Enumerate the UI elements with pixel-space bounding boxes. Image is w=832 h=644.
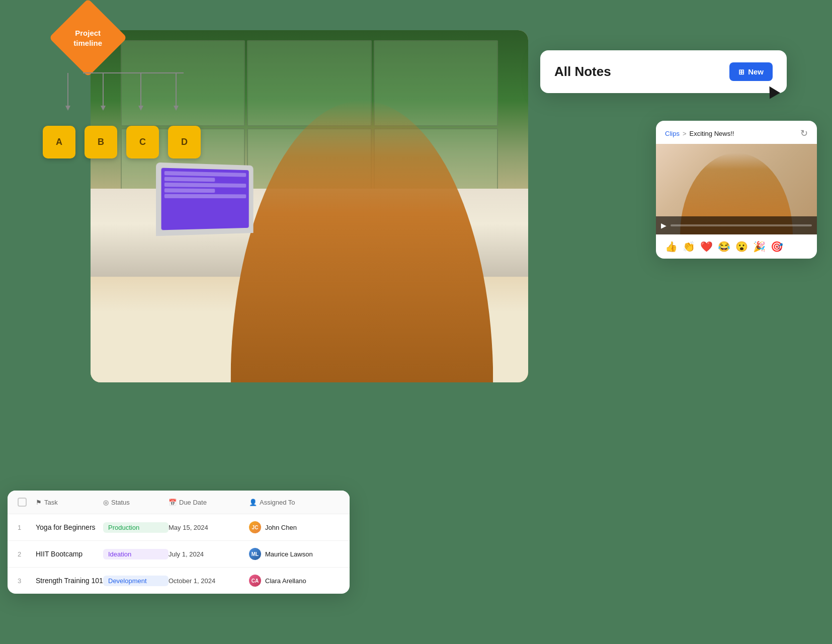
svg-marker-8 [174, 106, 179, 111]
avatar: ML [249, 548, 261, 560]
header-status: ◎ Status [103, 499, 169, 506]
emoji-thumbsup[interactable]: 👍 [665, 240, 678, 253]
clips-page-name: Exciting News!! [690, 130, 734, 137]
video-container[interactable]: ▶ [656, 144, 817, 234]
row-number: 1 [18, 524, 36, 531]
header-assigned-label: Assigned To [260, 499, 295, 506]
header-duedate-label: Due Date [179, 499, 207, 506]
status-badge: Ideation [103, 549, 169, 559]
task-icon: ⚑ [36, 499, 42, 506]
row-due-date: October 1, 2024 [169, 577, 249, 585]
task-table-card: ⚑ Task ◎ Status 📅 Due Date 👤 Assigned To… [8, 491, 350, 594]
row-number: 2 [18, 550, 36, 558]
play-button[interactable]: ▶ [661, 221, 667, 229]
assignee-name: Clara Arellano [265, 577, 306, 585]
laptop-row [164, 171, 245, 177]
laptop-row [164, 194, 245, 198]
diamond-shape: Project timeline [49, 0, 127, 77]
node-c: C [126, 126, 159, 158]
clips-link[interactable]: Clips [665, 130, 680, 137]
emoji-party[interactable]: 🎉 [753, 240, 766, 253]
person-icon: 👤 [249, 499, 257, 506]
breadcrumb-separator: > [683, 130, 687, 137]
new-button-label: New [748, 67, 764, 76]
status-badge: Production [103, 522, 169, 533]
timeline-card: Project timeline [60, 10, 116, 65]
table-row[interactable]: 3 Strength Training 101 Development Octo… [8, 568, 350, 594]
row-task-name: HIIT Bootcamp [36, 550, 103, 558]
node-a: A [43, 126, 75, 158]
new-button[interactable]: ⊞ New [729, 62, 773, 81]
node-boxes: A B C D [43, 126, 201, 158]
status-icon: ◎ [103, 499, 109, 506]
row-task-name: Strength Training 101 [36, 577, 103, 585]
svg-marker-6 [101, 106, 106, 111]
video-progress-bar[interactable] [671, 224, 812, 226]
timeline-label: Project timeline [60, 28, 116, 47]
emoji-laugh[interactable]: 😂 [718, 240, 730, 253]
new-button-icon: ⊞ [738, 68, 744, 76]
row-number: 3 [18, 577, 36, 585]
refresh-icon[interactable]: ↻ [800, 128, 808, 139]
avatar-initials: JC [249, 521, 261, 533]
laptop-row [164, 177, 214, 182]
table-row[interactable]: 2 HIIT Bootcamp Ideation July 1, 2024 ML… [8, 541, 350, 568]
table-header: ⚑ Task ◎ Status 📅 Due Date 👤 Assigned To [8, 491, 350, 514]
assignee-name: John Chen [265, 524, 297, 531]
scene: Project timeline A B C D All Notes ⊞ [0, 0, 832, 644]
emoji-heart[interactable]: ❤️ [700, 240, 713, 253]
avatar: JC [249, 521, 261, 533]
header-checkbox[interactable] [18, 498, 27, 507]
laptop [156, 163, 254, 236]
avatar-initials: ML [249, 548, 261, 560]
laptop-screen [161, 168, 248, 230]
table-row[interactable]: 1 Yoga for Beginners Production May 15, … [8, 514, 350, 541]
row-task-name: Yoga for Beginners [36, 523, 103, 531]
clips-breadcrumb: Clips > Exciting News!! [665, 130, 734, 137]
assignee-cell: CA Clara Arellano [249, 575, 340, 587]
all-notes-card: All Notes ⊞ New [540, 50, 787, 93]
emojis-row: 👍 👏 ❤️ 😂 😮 🎉 🎯 [656, 234, 817, 259]
laptop-row [164, 183, 245, 188]
header-due-date: 📅 Due Date [169, 499, 249, 506]
clips-card: Clips > Exciting News!! ↻ ▶ 👍 👏 ❤️ 😂 😮 🎉… [656, 121, 817, 259]
emoji-target[interactable]: 🎯 [771, 240, 783, 253]
calendar-icon: 📅 [169, 499, 177, 506]
assignee-name: Maurice Lawson [265, 550, 313, 558]
header-task-label: Task [44, 499, 58, 506]
node-d: D [168, 126, 201, 158]
clips-header: Clips > Exciting News!! ↻ [656, 121, 817, 144]
all-notes-title: All Notes [554, 64, 611, 79]
header-assigned-to: 👤 Assigned To [249, 499, 340, 506]
row-due-date: July 1, 2024 [169, 550, 249, 558]
video-controls: ▶ [656, 216, 817, 234]
avatar-initials: CA [249, 575, 261, 587]
svg-marker-5 [65, 106, 70, 111]
assignee-cell: ML Maurice Lawson [249, 548, 340, 560]
header-task: ⚑ Task [36, 499, 103, 506]
header-status-label: Status [111, 499, 130, 506]
status-badge: Development [103, 576, 169, 586]
emoji-wow[interactable]: 😮 [735, 240, 748, 253]
node-b: B [85, 126, 117, 158]
emoji-clap[interactable]: 👏 [683, 240, 695, 253]
svg-marker-7 [138, 106, 143, 111]
avatar: CA [249, 575, 261, 587]
laptop-row [164, 188, 214, 193]
assignee-cell: JC John Chen [249, 521, 340, 533]
row-due-date: May 15, 2024 [169, 524, 249, 531]
